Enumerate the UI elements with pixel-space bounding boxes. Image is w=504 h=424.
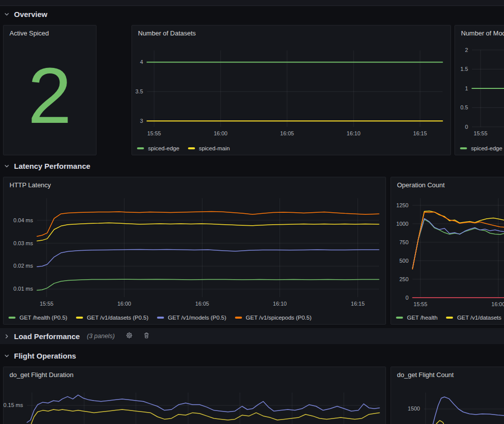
section-header-overview[interactable]: Overview: [4, 8, 48, 19]
legend-item[interactable]: GET /v1/models (P0.5): [157, 315, 226, 321]
svg-text:0.02 ms: 0.02 ms: [14, 263, 34, 269]
svg-text:1000: 1000: [396, 221, 408, 227]
chart-do-get-flight-duration[interactable]: 0.15 ms: [4, 381, 386, 424]
legend-swatch: [188, 147, 195, 149]
svg-text:16:15: 16:15: [351, 301, 365, 307]
legend-item[interactable]: GET /health: [396, 315, 438, 321]
section-header-flight-operations[interactable]: Flight Operations: [4, 350, 76, 361]
legend-swatch: [396, 317, 403, 319]
legend: GET /health (P0.5)GET /v1/datasets (P0.5…: [8, 315, 384, 321]
svg-text:0.04 ms: 0.04 ms: [14, 217, 34, 223]
trash-icon: [143, 332, 150, 341]
chart-operation-count[interactable]: 15:5516:0016:05025050075010001250: [391, 191, 504, 309]
svg-text:0.01 ms: 0.01 ms: [14, 286, 34, 292]
chart-do-get-flight-count[interactable]: 1500: [391, 381, 504, 424]
legend-label: GET /v1/datasets: [457, 315, 502, 321]
legend-label: spiced-edge: [148, 145, 180, 151]
chevron-right-icon: [4, 334, 10, 339]
legend: spiced-edgespiced-main: [137, 145, 450, 151]
svg-text:750: 750: [400, 239, 408, 245]
svg-text:15:55: 15:55: [474, 130, 488, 136]
panel-title[interactable]: Active Spiced: [10, 29, 49, 37]
legend-swatch: [235, 317, 242, 319]
panel-title[interactable]: Number of Datasets: [138, 29, 196, 37]
panel-do-get-flight-duration: do_get Flight Duration 0.15 ms: [3, 367, 386, 424]
svg-text:0.15 ms: 0.15 ms: [4, 402, 23, 408]
svg-text:16:05: 16:05: [280, 130, 294, 136]
legend-swatch: [76, 317, 83, 319]
svg-text:0: 0: [465, 124, 468, 130]
chevron-down-icon: [4, 353, 10, 359]
panel-title[interactable]: Number of Models: [461, 29, 504, 37]
chart-number-of-datasets[interactable]: 15:5516:0016:0516:1016:1533.54: [132, 39, 450, 142]
panel-title[interactable]: HTTP Latency: [10, 181, 51, 189]
legend-item[interactable]: GET /v1/spicepods (P0.5): [235, 315, 312, 321]
legend-label: spiced-main: [199, 145, 230, 151]
svg-text:1.5: 1.5: [460, 66, 468, 72]
svg-text:15:55: 15:55: [147, 130, 161, 136]
row-settings-button[interactable]: [126, 332, 133, 341]
svg-text:0: 0: [406, 295, 408, 301]
legend-swatch: [157, 317, 164, 319]
grafana-dashboard: Overview Active Spiced 2 Number of Datas…: [0, 0, 504, 424]
legend-label: GET /v1/spicepods (P0.5): [246, 315, 312, 321]
svg-text:500: 500: [400, 258, 408, 264]
svg-text:0.03 ms: 0.03 ms: [14, 240, 34, 246]
section-header-latency-performance[interactable]: Latency Performance: [4, 160, 90, 171]
svg-text:3.5: 3.5: [136, 88, 143, 94]
svg-text:15:55: 15:55: [40, 301, 54, 307]
panel-title[interactable]: do_get Flight Duration: [10, 371, 74, 379]
legend-swatch: [8, 317, 16, 319]
legend-item[interactable]: spiced-edge: [137, 145, 180, 151]
legend-item[interactable]: GET /health (P0.5): [8, 315, 68, 321]
legend-label: GET /health: [407, 315, 438, 321]
svg-text:16:10: 16:10: [273, 301, 287, 307]
panel-http-latency: HTTP Latency 15:5516:0016:0516:1016:150.…: [3, 177, 386, 325]
legend-label: GET /v1/models (P0.5): [168, 315, 226, 321]
panel-do-get-flight-count: do_get Flight Count 1500: [390, 367, 504, 424]
legend: GET /healthGET /v1/datasets: [396, 315, 504, 321]
svg-text:16:00: 16:00: [492, 301, 504, 307]
section-title: Latency Performance: [14, 162, 90, 170]
panel-title[interactable]: Operation Count: [397, 181, 444, 189]
svg-text:0.5: 0.5: [460, 104, 468, 110]
legend-label: GET /v1/datasets (P0.5): [87, 315, 148, 321]
svg-text:16:05: 16:05: [196, 301, 210, 307]
legend-item[interactable]: spiced-edge: [460, 145, 502, 151]
section-title: Flight Operations: [14, 352, 76, 360]
svg-text:15:55: 15:55: [414, 301, 428, 307]
chevron-down-icon: [4, 163, 10, 169]
svg-text:1: 1: [465, 85, 468, 91]
svg-text:16:15: 16:15: [413, 130, 427, 136]
big-number-value: 2: [4, 37, 96, 153]
svg-text:1250: 1250: [396, 202, 408, 208]
svg-text:16:00: 16:00: [118, 301, 132, 307]
legend-item[interactable]: GET /v1/datasets: [446, 315, 502, 321]
panel-active-spiced: Active Spiced 2: [3, 25, 96, 155]
panel-operation-count: Operation Count 15:5516:0016:05025050075…: [390, 177, 504, 325]
svg-text:1500: 1500: [408, 406, 420, 412]
svg-text:3: 3: [140, 118, 143, 124]
section-title: Load Performance: [14, 332, 80, 341]
legend-item[interactable]: GET /v1/datasets (P0.5): [76, 315, 148, 321]
legend-item[interactable]: spiced-main: [188, 145, 230, 151]
section-header-load-performance[interactable]: Load Performance (3 panels): [0, 328, 504, 344]
svg-text:16:00: 16:00: [214, 130, 228, 136]
gear-icon: [126, 332, 133, 341]
chart-number-of-models[interactable]: 15:5516:0000.511.52: [455, 39, 504, 142]
legend-label: spiced-edge: [471, 145, 502, 151]
section-title: Overview: [14, 10, 48, 18]
panel-title[interactable]: do_get Flight Count: [397, 371, 454, 379]
legend-swatch: [446, 317, 453, 319]
legend-swatch: [137, 147, 144, 149]
top-bar: [0, 0, 504, 6]
chart-http-latency[interactable]: 15:5516:0016:0516:1016:150.01 ms0.02 ms0…: [4, 191, 386, 309]
svg-text:2: 2: [465, 47, 468, 53]
legend-swatch: [460, 147, 467, 149]
legend-label: GET /health (P0.5): [20, 315, 68, 321]
row-delete-button[interactable]: [143, 332, 150, 341]
panels-count: (3 panels): [87, 333, 115, 340]
svg-text:16:10: 16:10: [346, 130, 360, 136]
svg-text:4: 4: [140, 59, 143, 65]
svg-text:250: 250: [400, 276, 408, 282]
